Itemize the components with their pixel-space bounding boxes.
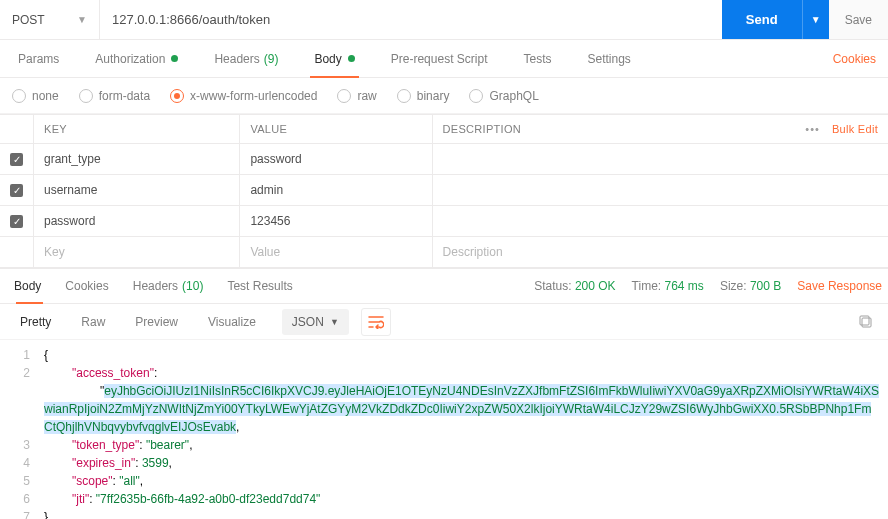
save-response-button[interactable]: Save Response bbox=[797, 279, 882, 293]
tab-authorization-label: Authorization bbox=[95, 52, 165, 66]
status-label: Status: bbox=[534, 279, 571, 293]
view-preview[interactable]: Preview bbox=[123, 309, 190, 335]
response-status: Status: 200 OK Time: 764 ms Size: 700 B … bbox=[534, 279, 882, 293]
json-val-expires-in: 3599 bbox=[142, 456, 169, 470]
th-key: KEY bbox=[34, 115, 240, 144]
table-row[interactable]: ✓ username admin bbox=[0, 175, 888, 206]
tab-headers-label: Headers bbox=[214, 52, 259, 66]
resp-tab-cookies-label: Cookies bbox=[65, 279, 108, 293]
send-button-label: Send bbox=[746, 12, 778, 27]
status-value: 200 OK bbox=[575, 279, 616, 293]
resp-tab-tests-label: Test Results bbox=[227, 279, 292, 293]
tab-body[interactable]: Body bbox=[296, 40, 372, 77]
cell-value[interactable]: password bbox=[240, 144, 432, 175]
json-key-jti: "jti" bbox=[72, 492, 89, 506]
cell-desc-placeholder[interactable]: Description bbox=[432, 237, 888, 268]
json-key-scope: "scope" bbox=[72, 474, 113, 488]
cell-key[interactable]: password bbox=[34, 206, 240, 237]
tab-params-label: Params bbox=[18, 52, 59, 66]
response-view-row: Pretty Raw Preview Visualize JSON▼ bbox=[0, 304, 888, 340]
wrap-lines-button[interactable] bbox=[361, 308, 391, 336]
time-value: 764 ms bbox=[665, 279, 704, 293]
radio-icon bbox=[469, 89, 483, 103]
json-val-access-token: eyJhbGciOiJIUzI1NiIsInR5cCI6IkpXVCJ9.eyJ… bbox=[44, 384, 879, 434]
resp-tab-cookies[interactable]: Cookies bbox=[53, 269, 120, 303]
radio-icon bbox=[12, 89, 26, 103]
cell-desc[interactable] bbox=[432, 206, 888, 237]
radio-form-data-label: form-data bbox=[99, 89, 150, 103]
save-button-label: Save bbox=[845, 13, 872, 27]
view-visualize[interactable]: Visualize bbox=[196, 309, 268, 335]
table-row[interactable]: ✓ grant_type password bbox=[0, 144, 888, 175]
size-label: Size: bbox=[720, 279, 747, 293]
cell-value[interactable]: admin bbox=[240, 175, 432, 206]
response-json-text[interactable]: { "access_token":"eyJhbGciOiJIUzI1NiIsIn… bbox=[40, 340, 888, 519]
cell-desc[interactable] bbox=[432, 175, 888, 206]
cell-value[interactable]: 123456 bbox=[240, 206, 432, 237]
radio-icon bbox=[397, 89, 411, 103]
line-gutter: 1234567 bbox=[0, 340, 40, 519]
cookies-label: Cookies bbox=[833, 52, 876, 66]
view-pretty[interactable]: Pretty bbox=[8, 309, 63, 335]
table-row[interactable]: ✓ password 123456 bbox=[0, 206, 888, 237]
cell-key-placeholder[interactable]: Key bbox=[34, 237, 240, 268]
dot-icon bbox=[171, 55, 178, 62]
copy-button[interactable] bbox=[852, 308, 880, 336]
radio-xwww-label: x-www-form-urlencoded bbox=[190, 89, 317, 103]
tab-authorization[interactable]: Authorization bbox=[77, 40, 196, 77]
radio-none-label: none bbox=[32, 89, 59, 103]
save-button[interactable]: Save bbox=[829, 0, 888, 39]
http-method-select[interactable]: POST ▼ bbox=[0, 0, 100, 39]
tab-params[interactable]: Params bbox=[0, 40, 77, 77]
tab-prerequest[interactable]: Pre-request Script bbox=[373, 40, 506, 77]
tab-headers[interactable]: Headers(9) bbox=[196, 40, 296, 77]
send-button[interactable]: Send bbox=[722, 0, 803, 39]
resp-tab-headers[interactable]: Headers(10) bbox=[121, 269, 216, 303]
resp-tab-headers-count: (10) bbox=[182, 279, 203, 293]
checkbox-icon[interactable]: ✓ bbox=[10, 215, 23, 228]
content-type-label: JSON bbox=[292, 315, 324, 329]
resp-tab-tests[interactable]: Test Results bbox=[215, 269, 304, 303]
wrap-icon bbox=[368, 315, 384, 329]
view-raw[interactable]: Raw bbox=[69, 309, 117, 335]
svg-rect-1 bbox=[860, 316, 869, 325]
tab-settings[interactable]: Settings bbox=[570, 40, 649, 77]
send-dropdown[interactable]: ▼ bbox=[803, 0, 829, 39]
content-type-select[interactable]: JSON▼ bbox=[282, 309, 349, 335]
chevron-down-icon: ▼ bbox=[77, 14, 87, 25]
radio-binary[interactable]: binary bbox=[397, 89, 450, 103]
cell-desc[interactable] bbox=[432, 144, 888, 175]
copy-icon bbox=[859, 315, 873, 329]
json-val-scope: "all" bbox=[119, 474, 140, 488]
radio-graphql[interactable]: GraphQL bbox=[469, 89, 538, 103]
radio-xwww[interactable]: x-www-form-urlencoded bbox=[170, 89, 317, 103]
json-val-jti: "7ff2635b-66fb-4a92-a0b0-df23edd7dd74" bbox=[96, 492, 321, 506]
cookies-link[interactable]: Cookies bbox=[827, 52, 882, 66]
th-desc: DESCRIPTION ••• Bulk Edit bbox=[432, 115, 888, 144]
radio-graphql-label: GraphQL bbox=[489, 89, 538, 103]
tab-body-label: Body bbox=[314, 52, 341, 66]
radio-none[interactable]: none bbox=[12, 89, 59, 103]
radio-form-data[interactable]: form-data bbox=[79, 89, 150, 103]
resp-tab-body[interactable]: Body bbox=[6, 269, 53, 303]
json-key-access-token: "access_token" bbox=[72, 366, 154, 380]
cell-key[interactable]: username bbox=[34, 175, 240, 206]
cell-key[interactable]: grant_type bbox=[34, 144, 240, 175]
body-type-row: none form-data x-www-form-urlencoded raw… bbox=[0, 78, 888, 114]
bulk-edit-link[interactable]: Bulk Edit bbox=[832, 123, 878, 135]
tab-prerequest-label: Pre-request Script bbox=[391, 52, 488, 66]
tab-tests[interactable]: Tests bbox=[505, 40, 569, 77]
time-label: Time: bbox=[632, 279, 662, 293]
request-url-input[interactable] bbox=[100, 0, 722, 39]
cell-value-placeholder[interactable]: Value bbox=[240, 237, 432, 268]
columns-menu-icon[interactable]: ••• bbox=[805, 123, 820, 135]
radio-raw[interactable]: raw bbox=[337, 89, 376, 103]
checkbox-icon[interactable]: ✓ bbox=[10, 153, 23, 166]
table-row-new[interactable]: Key Value Description bbox=[0, 237, 888, 268]
th-desc-label: DESCRIPTION bbox=[443, 123, 521, 135]
response-body[interactable]: 1234567 { "access_token":"eyJhbGciOiJIUz… bbox=[0, 340, 888, 519]
json-key-token-type: "token_type" bbox=[72, 438, 139, 452]
size-value: 700 B bbox=[750, 279, 781, 293]
checkbox-icon[interactable]: ✓ bbox=[10, 184, 23, 197]
json-val-token-type: "bearer" bbox=[146, 438, 189, 452]
